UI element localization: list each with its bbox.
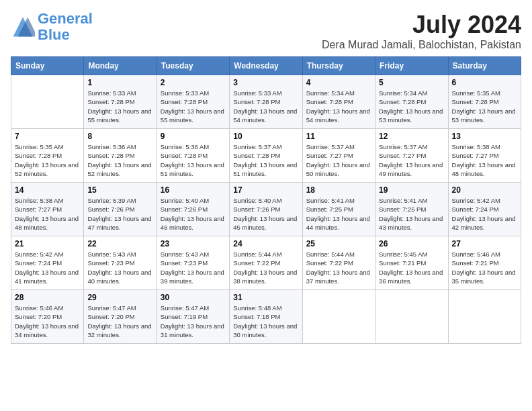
day-detail: Sunrise: 5:45 AMSunset: 7:21 PMDaylight:…	[379, 250, 444, 285]
day-number: 18	[306, 185, 371, 195]
calendar-cell: 4Sunrise: 5:34 AMSunset: 7:28 PMDaylight…	[302, 75, 375, 129]
day-detail: Sunrise: 5:35 AMSunset: 7:28 PMDaylight:…	[15, 142, 80, 178]
day-detail: Sunrise: 5:40 AMSunset: 7:26 PMDaylight:…	[233, 196, 298, 232]
calendar-cell: 30Sunrise: 5:47 AMSunset: 7:19 PMDayligh…	[157, 290, 229, 344]
day-detail: Sunrise: 5:38 AMSunset: 7:27 PMDaylight:…	[15, 196, 80, 232]
day-number: 13	[452, 132, 517, 141]
day-number: 11	[306, 132, 371, 141]
calendar-cell: 19Sunrise: 5:41 AMSunset: 7:25 PMDayligh…	[375, 183, 448, 236]
calendar-cell: 2Sunrise: 5:33 AMSunset: 7:28 PMDaylight…	[157, 75, 229, 129]
day-number: 9	[161, 132, 226, 141]
calendar-cell: 7Sunrise: 5:35 AMSunset: 7:28 PMDaylight…	[11, 129, 84, 183]
day-number: 24	[233, 239, 298, 248]
day-detail: Sunrise: 5:46 AMSunset: 7:20 PMDaylight:…	[15, 304, 80, 339]
calendar-cell: 18Sunrise: 5:41 AMSunset: 7:25 PMDayligh…	[302, 183, 375, 236]
day-detail: Sunrise: 5:34 AMSunset: 7:28 PMDaylight:…	[379, 89, 444, 124]
day-detail: Sunrise: 5:35 AMSunset: 7:28 PMDaylight:…	[452, 89, 517, 124]
header-monday: Monday	[84, 57, 157, 75]
day-number: 22	[87, 239, 152, 248]
calendar-cell: 23Sunrise: 5:43 AMSunset: 7:23 PMDayligh…	[157, 236, 229, 290]
day-number: 27	[452, 239, 517, 248]
day-number: 19	[379, 185, 444, 195]
day-detail: Sunrise: 5:33 AMSunset: 7:28 PMDaylight:…	[161, 89, 226, 124]
logo-icon	[11, 15, 35, 39]
calendar-cell	[375, 290, 448, 344]
calendar-header-row: SundayMondayTuesdayWednesdayThursdayFrid…	[11, 57, 521, 75]
day-number: 15	[87, 185, 152, 195]
header-thursday: Thursday	[302, 57, 375, 75]
day-detail: Sunrise: 5:46 AMSunset: 7:21 PMDaylight:…	[452, 250, 517, 285]
day-number: 14	[15, 185, 80, 195]
day-detail: Sunrise: 5:41 AMSunset: 7:25 PMDaylight:…	[306, 196, 371, 232]
calendar-cell	[448, 290, 521, 344]
day-detail: Sunrise: 5:48 AMSunset: 7:18 PMDaylight:…	[233, 304, 298, 339]
calendar-cell: 22Sunrise: 5:43 AMSunset: 7:23 PMDayligh…	[84, 236, 157, 290]
day-detail: Sunrise: 5:34 AMSunset: 7:28 PMDaylight:…	[306, 89, 371, 124]
calendar-cell: 15Sunrise: 5:39 AMSunset: 7:26 PMDayligh…	[84, 183, 157, 236]
day-number: 7	[15, 132, 80, 141]
calendar-cell: 29Sunrise: 5:47 AMSunset: 7:20 PMDayligh…	[84, 290, 157, 344]
day-number: 25	[306, 239, 371, 248]
day-number: 30	[161, 293, 226, 302]
day-detail: Sunrise: 5:42 AMSunset: 7:24 PMDaylight:…	[452, 196, 517, 232]
day-number: 5	[379, 78, 444, 87]
day-number: 6	[452, 78, 517, 87]
header-tuesday: Tuesday	[157, 57, 229, 75]
day-detail: Sunrise: 5:40 AMSunset: 7:26 PMDaylight:…	[161, 196, 226, 232]
day-number: 1	[87, 78, 152, 87]
calendar-week-3: 14Sunrise: 5:38 AMSunset: 7:27 PMDayligh…	[11, 183, 521, 236]
day-number: 20	[452, 185, 517, 195]
day-number: 31	[233, 293, 298, 302]
calendar-cell	[11, 75, 84, 129]
calendar-cell: 27Sunrise: 5:46 AMSunset: 7:21 PMDayligh…	[448, 236, 521, 290]
calendar-week-2: 7Sunrise: 5:35 AMSunset: 7:28 PMDaylight…	[11, 129, 521, 183]
calendar-cell: 31Sunrise: 5:48 AMSunset: 7:18 PMDayligh…	[230, 290, 302, 344]
day-detail: Sunrise: 5:33 AMSunset: 7:28 PMDaylight:…	[87, 89, 152, 124]
calendar-cell: 11Sunrise: 5:37 AMSunset: 7:27 PMDayligh…	[302, 129, 375, 183]
calendar-cell: 17Sunrise: 5:40 AMSunset: 7:26 PMDayligh…	[230, 183, 302, 236]
day-number: 16	[161, 185, 226, 195]
calendar-cell	[302, 290, 375, 344]
day-number: 17	[233, 185, 298, 195]
calendar-cell: 16Sunrise: 5:40 AMSunset: 7:26 PMDayligh…	[157, 183, 229, 236]
calendar-cell: 21Sunrise: 5:42 AMSunset: 7:24 PMDayligh…	[11, 236, 84, 290]
day-number: 28	[15, 293, 80, 302]
logo: General Blue	[11, 11, 93, 43]
day-number: 29	[87, 293, 152, 302]
calendar-cell: 25Sunrise: 5:44 AMSunset: 7:22 PMDayligh…	[302, 236, 375, 290]
page-header: General Blue July 2024 Dera Murad Jamali…	[11, 11, 521, 51]
calendar-week-5: 28Sunrise: 5:46 AMSunset: 7:20 PMDayligh…	[11, 290, 521, 344]
day-detail: Sunrise: 5:47 AMSunset: 7:20 PMDaylight:…	[87, 304, 152, 339]
calendar-cell: 13Sunrise: 5:38 AMSunset: 7:27 PMDayligh…	[448, 129, 521, 183]
day-number: 2	[161, 78, 226, 87]
day-detail: Sunrise: 5:42 AMSunset: 7:24 PMDaylight:…	[15, 250, 80, 285]
calendar-cell: 5Sunrise: 5:34 AMSunset: 7:28 PMDaylight…	[375, 75, 448, 129]
day-detail: Sunrise: 5:33 AMSunset: 7:28 PMDaylight:…	[233, 89, 298, 124]
calendar-week-4: 21Sunrise: 5:42 AMSunset: 7:24 PMDayligh…	[11, 236, 521, 290]
header-sunday: Sunday	[11, 57, 84, 75]
calendar-table: SundayMondayTuesdayWednesdayThursdayFrid…	[11, 56, 521, 344]
day-detail: Sunrise: 5:36 AMSunset: 7:28 PMDaylight:…	[161, 142, 226, 178]
header-wednesday: Wednesday	[230, 57, 302, 75]
logo-text: General Blue	[38, 11, 93, 43]
calendar-cell: 14Sunrise: 5:38 AMSunset: 7:27 PMDayligh…	[11, 183, 84, 236]
calendar-cell: 20Sunrise: 5:42 AMSunset: 7:24 PMDayligh…	[448, 183, 521, 236]
day-detail: Sunrise: 5:44 AMSunset: 7:22 PMDaylight:…	[306, 250, 371, 285]
calendar-week-1: 1Sunrise: 5:33 AMSunset: 7:28 PMDaylight…	[11, 75, 521, 129]
calendar-cell: 3Sunrise: 5:33 AMSunset: 7:28 PMDaylight…	[230, 75, 302, 129]
header-saturday: Saturday	[448, 57, 521, 75]
day-number: 12	[379, 132, 444, 141]
calendar-cell: 26Sunrise: 5:45 AMSunset: 7:21 PMDayligh…	[375, 236, 448, 290]
day-number: 21	[15, 239, 80, 248]
day-detail: Sunrise: 5:37 AMSunset: 7:28 PMDaylight:…	[233, 142, 298, 178]
day-number: 4	[306, 78, 371, 87]
day-number: 8	[87, 132, 152, 141]
day-number: 26	[379, 239, 444, 248]
day-detail: Sunrise: 5:47 AMSunset: 7:19 PMDaylight:…	[161, 304, 226, 339]
calendar-cell: 6Sunrise: 5:35 AMSunset: 7:28 PMDaylight…	[448, 75, 521, 129]
day-detail: Sunrise: 5:37 AMSunset: 7:27 PMDaylight:…	[306, 142, 371, 178]
calendar-cell: 8Sunrise: 5:36 AMSunset: 7:28 PMDaylight…	[84, 129, 157, 183]
calendar-cell: 9Sunrise: 5:36 AMSunset: 7:28 PMDaylight…	[157, 129, 229, 183]
day-detail: Sunrise: 5:44 AMSunset: 7:22 PMDaylight:…	[233, 250, 298, 285]
day-detail: Sunrise: 5:39 AMSunset: 7:26 PMDaylight:…	[87, 196, 152, 232]
